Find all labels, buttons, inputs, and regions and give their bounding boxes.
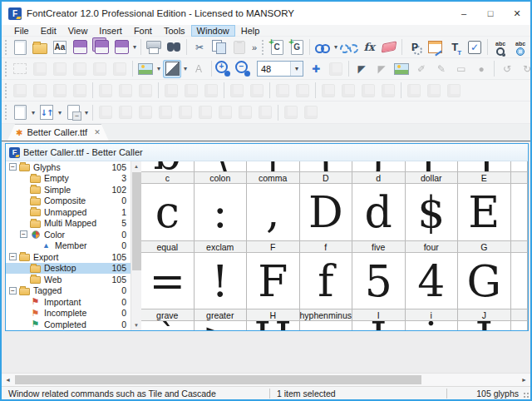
new-font-icon[interactable]	[11, 38, 29, 57]
tree-expander[interactable]: −	[8, 253, 17, 260]
glyph-cell-partial[interactable]: |	[247, 161, 300, 171]
dropdown-caret[interactable]: ▾	[131, 43, 138, 51]
close-button[interactable]: ✕	[504, 2, 530, 25]
glyph-cell-partial[interactable]: \	[195, 161, 248, 171]
glyph-cell-partial[interactable]	[511, 161, 529, 171]
fill-outlines-icon[interactable]	[163, 60, 181, 78]
glyph-cell[interactable]: d	[352, 184, 406, 240]
glyph-cell-partial[interactable]: {	[300, 161, 353, 171]
combo-dropdown-arrow[interactable]: ▾	[290, 62, 303, 76]
glyph-cell[interactable]: E	[458, 184, 511, 240]
glyph-cell-partial[interactable]: b	[141, 161, 195, 171]
print-icon[interactable]	[145, 38, 163, 57]
toolbar-grip[interactable]	[4, 39, 8, 56]
dropdown-caret[interactable]: ▾	[83, 109, 90, 116]
menu-help[interactable]: Help	[235, 25, 266, 37]
glyph-view-icon[interactable]	[11, 103, 29, 121]
tree-expander[interactable]: −	[8, 287, 17, 295]
format-settings-icon[interactable]	[426, 38, 444, 57]
scroll-up-arrow[interactable]: ▲	[134, 161, 139, 171]
glyph-cell[interactable]: 5	[352, 253, 406, 309]
glyph-cell[interactable]: !	[195, 253, 248, 309]
toolbar-overflow-chevron[interactable]: »	[252, 42, 257, 52]
zoom-out-icon[interactable]: −	[235, 60, 254, 78]
scroll-thumb[interactable]	[132, 172, 141, 270]
minimize-button[interactable]: –	[451, 2, 477, 25]
menu-insert[interactable]: Insert	[93, 25, 128, 37]
dropdown-caret[interactable]: ▾	[30, 109, 37, 116]
background-image-icon[interactable]	[136, 60, 155, 78]
tree-item-tagged[interactable]: −Tagged0	[6, 285, 131, 297]
find-glyph-icon[interactable]: abc	[491, 38, 510, 57]
sort-glyphs-icon[interactable]: ↓↑	[37, 103, 56, 121]
insert-glyphs-icon[interactable]: G	[288, 38, 306, 57]
tree-vertical-scrollbar[interactable]: ▲ ▼	[131, 161, 141, 330]
tab-close-icon[interactable]: ✕	[94, 128, 101, 136]
glyph-cell[interactable]: D	[300, 184, 353, 240]
collapse-icon[interactable]: −	[20, 230, 27, 238]
collapse-icon[interactable]: −	[9, 163, 17, 171]
resize-grip[interactable]	[522, 391, 530, 399]
scroll-down-arrow[interactable]: ▼	[134, 320, 139, 330]
tree-item-empty[interactable]: Empty3	[6, 173, 131, 185]
collapse-icon[interactable]: −	[9, 253, 17, 260]
copy-icon[interactable]	[210, 38, 229, 57]
font-overview-icon[interactable]: Aa	[51, 38, 69, 57]
tree-item-member[interactable]: ▲Member0	[6, 240, 131, 252]
scroll-left-arrow[interactable]: ◄	[2, 374, 14, 386]
font-properties-icon[interactable]: P	[406, 38, 424, 57]
glyph-cell-partial[interactable]: }	[352, 161, 406, 171]
transform-icon[interactable]: T	[446, 38, 464, 57]
glyph-cell[interactable]: :	[195, 184, 248, 240]
glyph-cell[interactable]: G	[458, 253, 511, 309]
glyph-cell[interactable]: >	[195, 321, 248, 330]
save-as-icon[interactable]	[112, 38, 131, 57]
horizontal-scrollbar[interactable]: ◄ ►	[2, 373, 530, 386]
glyph-cell[interactable]: ,	[247, 184, 300, 240]
glyph-cell[interactable]	[511, 184, 529, 240]
toolbar-grip[interactable]	[261, 39, 265, 56]
dropdown-caret[interactable]: ▾	[155, 65, 162, 72]
maximize-button[interactable]: □	[477, 2, 504, 25]
contour-mode-icon[interactable]: ◤	[352, 60, 371, 78]
glyph-cell[interactable]: 4	[406, 253, 459, 309]
tree-item-web[interactable]: Web105	[6, 274, 131, 285]
toolbar-grip[interactable]	[4, 82, 8, 99]
glyph-cell[interactable]	[511, 321, 529, 330]
find-icon[interactable]	[165, 38, 183, 57]
tree-item-glyphs[interactable]: −Glyphs105	[6, 161, 131, 173]
scroll-right-arrow[interactable]: ►	[518, 374, 530, 386]
document-title-bar[interactable]: F Better Caller.ttf - Better Caller	[6, 144, 528, 161]
web-preview-icon[interactable]: abc	[511, 38, 530, 57]
toolbar-grip[interactable]	[4, 104, 8, 121]
glyph-cell[interactable]: I	[352, 321, 406, 330]
glyph-cell[interactable]: i	[406, 321, 459, 330]
tree-item-color[interactable]: −Color0	[6, 229, 131, 240]
insert-characters-icon[interactable]: C	[268, 38, 286, 57]
glyph-cell[interactable]: =	[141, 253, 195, 309]
dropdown-caret[interactable]: ▾	[57, 109, 63, 116]
horizontal-scroll-thumb[interactable]	[15, 375, 421, 384]
glyph-cell[interactable]: -	[300, 321, 353, 330]
menu-window[interactable]: Window	[191, 25, 235, 37]
save-icon[interactable]	[71, 38, 89, 57]
tree-expander[interactable]: −	[19, 230, 28, 238]
tree-item-composite[interactable]: Composite0	[6, 196, 131, 207]
collapse-icon[interactable]: −	[9, 287, 17, 295]
tree-item-unmapped[interactable]: Unmapped1	[6, 206, 131, 218]
tree-item-important[interactable]: ⚑Important0	[6, 296, 131, 308]
open-type-features-icon[interactable]: fx	[360, 38, 378, 57]
scroll-track[interactable]	[131, 171, 141, 320]
menu-file[interactable]: File	[8, 25, 35, 37]
zoom-in-icon[interactable]: +	[215, 60, 234, 78]
glyph-cell[interactable]: `	[141, 321, 195, 330]
zoom-fit-icon[interactable]: ✚	[307, 60, 325, 78]
glyph-cell-partial[interactable]: [	[406, 161, 459, 171]
glyph-cell[interactable]: c	[141, 184, 195, 240]
erase-icon[interactable]	[380, 38, 398, 57]
dropdown-caret[interactable]: ▾	[332, 43, 339, 51]
menu-font[interactable]: Font	[128, 25, 158, 37]
validate-icon[interactable]	[466, 38, 484, 57]
link-icon[interactable]	[313, 38, 332, 57]
glyph-cell[interactable]	[511, 253, 529, 309]
